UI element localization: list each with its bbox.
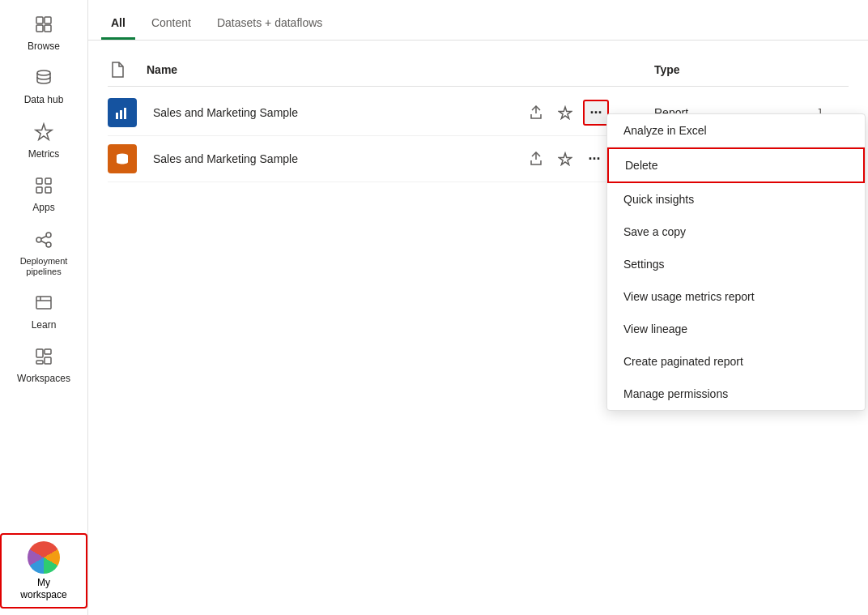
- svg-point-9: [36, 237, 41, 242]
- share-button[interactable]: [525, 101, 547, 124]
- svg-point-4: [37, 70, 50, 75]
- row1-name: Sales and Marketing Sample: [153, 106, 525, 119]
- column-header-name: Name: [147, 63, 525, 76]
- workspace-avatar: [28, 541, 60, 574]
- svg-rect-23: [124, 108, 126, 119]
- sidebar-item-learn-label: Learn: [32, 319, 57, 331]
- svg-rect-22: [120, 110, 122, 119]
- sidebar-item-data-hub-label: Data hub: [24, 94, 64, 105]
- item-icon-dataset: [108, 144, 137, 173]
- context-menu-view-lineage[interactable]: View lineage: [607, 313, 865, 345]
- row2-share-button[interactable]: [525, 147, 547, 170]
- svg-rect-8: [45, 187, 51, 193]
- document-icon: [108, 60, 127, 79]
- column-header-type: Type: [654, 63, 816, 76]
- context-menu: Analyze in Excel Delete Quick insights S…: [606, 113, 866, 411]
- svg-rect-2: [36, 25, 43, 32]
- row2-more-dots-icon: ···: [588, 151, 600, 168]
- workspaces-icon: [34, 347, 53, 369]
- row2-name: Sales and Marketing Sample: [153, 152, 525, 165]
- tab-all[interactable]: All: [101, 8, 135, 40]
- learn-icon: [34, 293, 53, 316]
- svg-rect-20: [36, 361, 43, 364]
- more-dots-icon: ···: [589, 105, 602, 122]
- context-menu-settings[interactable]: Settings: [607, 248, 865, 280]
- svg-rect-18: [45, 349, 51, 354]
- svg-line-13: [41, 241, 46, 243]
- sidebar-item-learn[interactable]: Learn: [0, 285, 87, 339]
- tab-datasets-dataflows[interactable]: Datasets + dataflows: [207, 8, 332, 40]
- svg-rect-1: [45, 17, 51, 23]
- svg-rect-17: [36, 349, 43, 357]
- item-icon-report: [108, 98, 137, 127]
- svg-rect-5: [36, 178, 42, 184]
- svg-point-10: [46, 233, 51, 237]
- tab-content[interactable]: Content: [142, 8, 201, 40]
- tab-bar: All Content Datasets + dataflows: [88, 0, 868, 41]
- sidebar-item-workspaces[interactable]: Workspaces: [0, 339, 87, 392]
- context-menu-quick-insights[interactable]: Quick insights: [607, 183, 865, 216]
- workspace-label: Myworkspace: [20, 577, 66, 600]
- sidebar-item-browse-label: Browse: [28, 41, 60, 52]
- context-menu-view-usage-metrics[interactable]: View usage metrics report: [607, 280, 865, 313]
- sidebar-item-deployment-label: Deploymentpipelines: [20, 256, 68, 277]
- sidebar-item-metrics[interactable]: Metrics: [0, 114, 87, 168]
- svg-rect-0: [36, 17, 43, 23]
- svg-rect-14: [36, 297, 51, 309]
- svg-rect-3: [45, 25, 51, 32]
- context-menu-save-copy[interactable]: Save a copy: [607, 216, 865, 248]
- sidebar: Browse Data hub Metrics: [0, 0, 88, 615]
- context-menu-delete[interactable]: Delete: [607, 147, 865, 183]
- sidebar-item-metrics-label: Metrics: [28, 148, 60, 160]
- browse-icon: [34, 15, 53, 37]
- content-area: Name Type Sales and Marketing Sample: [88, 41, 868, 615]
- deployment-icon: [34, 230, 53, 253]
- sidebar-item-workspaces-label: Workspaces: [17, 373, 70, 384]
- sidebar-item-data-hub[interactable]: Data hub: [0, 60, 87, 113]
- svg-point-11: [46, 242, 51, 247]
- table-header: Name Type: [108, 53, 849, 87]
- context-menu-analyze-excel[interactable]: Analyze in Excel: [607, 114, 865, 147]
- sidebar-item-browse[interactable]: Browse: [0, 6, 87, 60]
- main-content: All Content Datasets + dataflows Name Ty…: [88, 0, 868, 615]
- sidebar-item-apps[interactable]: Apps: [0, 168, 87, 221]
- sidebar-item-apps-label: Apps: [32, 202, 54, 213]
- more-options-button[interactable]: ···: [583, 100, 609, 126]
- svg-line-12: [41, 236, 46, 238]
- svg-rect-6: [45, 178, 51, 184]
- svg-rect-21: [116, 113, 118, 119]
- my-workspace-button[interactable]: Myworkspace: [0, 533, 87, 609]
- favorite-button[interactable]: [554, 101, 577, 124]
- svg-rect-7: [36, 187, 42, 193]
- context-menu-manage-permissions[interactable]: Manage permissions: [607, 378, 865, 410]
- apps-icon: [34, 176, 53, 199]
- svg-rect-19: [45, 357, 51, 364]
- context-menu-create-paginated[interactable]: Create paginated report: [607, 345, 865, 378]
- metrics-icon: [34, 122, 53, 145]
- row2-favorite-button[interactable]: [554, 147, 577, 170]
- sidebar-item-deployment[interactable]: Deploymentpipelines: [0, 222, 87, 285]
- row2-more-button[interactable]: ···: [583, 147, 606, 170]
- data-hub-icon: [34, 68, 53, 91]
